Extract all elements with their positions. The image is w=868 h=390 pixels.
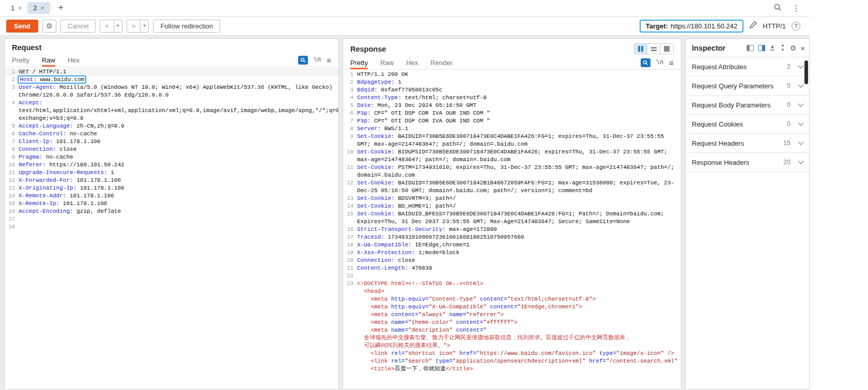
editor-line[interactable]: 10Referer: https://180.101.50.242 [5,161,338,169]
cancel-button[interactable]: Cancel [60,20,96,33]
editor-line[interactable]: 4Content-Type: text/html; charset=utf-8 [343,94,681,102]
inspector-section-request-query-parameters[interactable]: Request Query Parameters0 [686,76,809,96]
editor-line[interactable]: 7P3p: CP=" OTI DSP COR IVA OUR IND COM " [343,117,681,125]
editor-search-icon[interactable] [641,58,650,67]
inspector-section-request-cookies[interactable]: Request Cookies0 [686,115,809,134]
editor-line[interactable]: <link rel="search" type="application/ope… [343,357,681,365]
request-tab-pretty[interactable]: Pretty [12,53,29,67]
response-tab-pretty[interactable]: Pretty [350,56,368,69]
editor-line[interactable]: 14X-Remote-Addr: 101.178.1.106 [5,192,338,200]
forward-dropdown-button[interactable] [141,20,149,33]
editor-line[interactable]: 2Host: www.baidu.com [5,76,338,84]
new-tab-button[interactable]: + [55,3,67,13]
editor-line[interactable]: 19X-Xss-Protection: 1;mode=block [343,249,681,257]
editor-line[interactable]: 5Accept-Language: zh-CN,zh;q=0.9 [5,122,338,130]
inspector-dock-active-icon[interactable] [758,45,765,51]
editor-line[interactable]: 15Set-Cookie: BAIDUID_BFESS=730B5E6DE300… [343,210,681,226]
editor-line[interactable]: 16Accept-Encoding: gzip, deflate [5,208,338,215]
repeater-tab-1[interactable]: 1 × [5,2,27,14]
inspector-section-request-headers[interactable]: Request Headers15 [686,134,809,153]
editor-line[interactable]: 21Content-Length: 470639 [343,264,681,272]
target-field[interactable]: Target: https://180.101.50.242 [640,20,744,33]
editor-line[interactable]: 9Set-Cookie: BAIDUID=730B5E6DE300718473E… [343,133,681,148]
editor-line[interactable]: <meta name="description" content=" [343,326,681,334]
inspector-section-response-headers[interactable]: Response Headers20 [686,153,809,172]
editor-line[interactable]: <title>百度一下，你就知道</title> [343,365,681,373]
editor-menu-icon[interactable]: ≡ [669,58,674,67]
collapse-all-icon[interactable] [769,43,776,53]
editor-line[interactable]: 15X-Remote-Ip: 101.178.1.106 [5,200,338,208]
back-dropdown-button[interactable] [114,20,122,33]
send-settings-button[interactable]: ⚙ [42,20,56,33]
editor-line[interactable]: 1HTTP/1.1 200 OK [343,71,681,79]
editor-line[interactable]: 2Bdpagetype: 1 [343,79,681,86]
follow-redirection-button[interactable]: Follow redirection [153,20,220,33]
editor-line[interactable]: 22 [343,272,681,280]
inspector-close-icon[interactable]: × [800,44,805,52]
editor-line[interactable]: 6Cache-Control: no-cache [5,130,338,138]
response-tab-hex[interactable]: Hex [406,56,418,69]
layout-single-button[interactable] [660,44,673,54]
editor-line[interactable]: <meta content="always" name="referrer"> [343,311,681,319]
editor-line[interactable]: 8Server: BWS/1.1 [343,125,681,133]
http-version-selector[interactable]: HTTP/1 [763,22,786,30]
editor-search-icon[interactable] [298,56,308,65]
editor-line[interactable]: 可以瞬间找到相关的搜索结果。"> [343,342,681,350]
editor-line[interactable]: 14Set-Cookie: BD_HOME=1; path=/ [343,202,681,210]
show-newlines-toggle[interactable]: \n [656,59,663,66]
editor-line[interactable]: 5Date: Mon, 23 Dec 2024 05:16:50 GMT [343,102,681,110]
editor-line[interactable]: 13X-Originating-Ip: 101.178.1.106 [5,184,338,192]
editor-line[interactable]: 17 [5,215,338,223]
inspector-settings-gear-icon[interactable]: ⚙ [790,44,797,52]
response-editor[interactable]: 1HTTP/1.1 200 OK2Bdpagetype: 13Bdqid: 0x… [343,70,681,389]
scrollbar-thumb[interactable] [804,60,808,84]
editor-line[interactable]: 20Connection: close [343,257,681,264]
editor-line[interactable]: 12Set-Cookie: BAIDUID=730B5E6DE30071842B… [343,179,681,195]
editor-line[interactable]: 8Connection: close [5,146,338,153]
editor-line[interactable]: 16Strict-Transport-Security: max-age=172… [343,226,681,233]
editor-line[interactable]: 12X-Forwarded-For: 101.178.1.106 [5,177,338,184]
help-icon[interactable]: ? [792,22,800,30]
editor-line[interactable]: <meta name="theme-color" content="#fffff… [343,319,681,326]
editor-line[interactable]: 全球领先的中文搜索引擎、致力于让网民更便捷地获取信息，找到所求。百度超过千亿的中… [343,334,681,342]
kebab-menu-icon[interactable]: ⋮ [792,3,800,13]
editor-line[interactable]: 3Bdqid: 0xfaef77950013c05c [343,86,681,94]
editor-line[interactable]: 7Client-Ip: 101.178.1.106 [5,138,338,146]
request-tab-raw[interactable]: Raw [42,53,55,67]
inspector-dock-icon[interactable] [747,45,754,51]
editor-line[interactable]: <head> [343,288,681,295]
forward-button[interactable]: > [127,20,141,33]
editor-line[interactable]: 6P3p: CP=" OTI DSP COR IVA OUR IND COM " [343,110,681,117]
close-tab-icon[interactable]: × [40,5,44,11]
edit-target-pencil-icon[interactable] [749,21,757,31]
editor-line[interactable]: 9Pragma: no-cache [5,153,338,161]
show-newlines-toggle[interactable]: \n [314,56,321,64]
editor-line[interactable]: 17Traceid: 17349310100607236106180818025… [343,233,681,241]
editor-line[interactable]: 10Set-Cookie: BIDUPSID=730B5E6DE30071847… [343,148,681,164]
editor-line[interactable]: 3User-Agent: Mozilla/5.0 (Windows NT 10.… [5,84,338,99]
expand-collapse-icon[interactable] [780,43,786,53]
editor-line[interactable]: <meta http-equiv="Content-Type" content=… [343,295,681,303]
editor-menu-icon[interactable]: ≡ [327,56,331,65]
editor-line[interactable]: 1GET / HTTP/1.1 [5,68,338,76]
layout-columns-button[interactable] [634,44,647,54]
layout-rows-button[interactable] [647,44,660,54]
repeater-tab-2[interactable]: 2 × [27,2,50,14]
inspector-section-request-body-parameters[interactable]: Request Body Parameters0 [686,96,809,115]
close-tab-icon[interactable]: × [18,5,22,11]
request-tab-hex[interactable]: Hex [68,53,80,67]
response-tab-raw[interactable]: Raw [380,56,394,69]
editor-line[interactable]: 18X-Ua-Compatible: IE=Edge,chrome=1 [343,241,681,249]
editor-line[interactable]: 23<!DOCTYPE html><!--STATUS OK--><html> [343,280,681,288]
back-button[interactable]: < [100,20,114,33]
editor-line[interactable]: 11Set-Cookie: PSTM=1734931010; expires=T… [343,164,681,179]
editor-line[interactable]: 11Upgrade-Insecure-Requests: 1 [5,169,338,177]
editor-line[interactable]: 13Set-Cookie: BDSVRTM=3; path=/ [343,195,681,202]
search-icon[interactable] [773,3,782,13]
inspector-section-request-attributes[interactable]: Request Attributes2 [686,57,809,76]
send-button[interactable]: Send [6,20,38,33]
request-editor[interactable]: 1GET / HTTP/1.12Host: www.baidu.com3User… [5,67,338,389]
response-tab-render[interactable]: Render [430,56,453,69]
editor-line[interactable]: 18 [5,223,338,231]
editor-line[interactable]: <link rel="shortcut icon" href="https://… [343,350,681,357]
